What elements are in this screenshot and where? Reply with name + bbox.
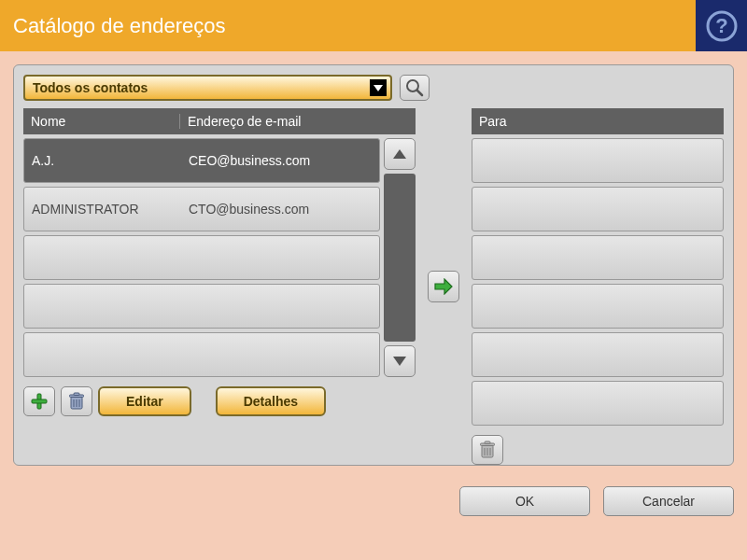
ok-button[interactable]: OK [459,486,590,516]
contact-row[interactable]: ADMINISTRATOR CTO@business.com [23,187,380,231]
recipient-row-empty [472,381,724,426]
contact-row-empty [23,235,380,280]
trash-icon [479,441,496,459]
contact-row-empty [23,332,380,377]
edit-button[interactable]: Editar [98,386,191,416]
content-area: Todos os contatos Nome Endereço de e-mai… [0,51,747,560]
recipient-row-empty [472,138,724,183]
scroll-track[interactable] [384,174,416,342]
column-header-para: Para [472,114,507,129]
trash-icon [68,392,85,411]
search-button[interactable] [400,75,430,101]
help-icon: ? [706,10,738,42]
contacts-toolbar: Editar Detalhes [23,386,416,416]
contacts-scrollbar [384,138,416,377]
recipients-header: Para [472,108,724,134]
contacts-rows: A.J. CEO@business.com ADMINISTRATOR CTO@… [23,134,380,377]
recipient-row-empty [472,332,724,377]
move-right-button[interactable] [428,271,459,302]
column-header-email: Endereço de e-mail [180,114,416,129]
scroll-up-button[interactable] [384,138,416,170]
scroll-down-button[interactable] [384,345,416,377]
contacts-filter-dropdown[interactable]: Todos os contatos [23,75,392,101]
add-contact-button[interactable] [23,386,55,416]
contact-row-empty [23,284,380,329]
address-book-panel: Todos os contatos Nome Endereço de e-mai… [13,64,734,466]
recipients-rows [472,138,724,426]
transfer-column [425,108,462,465]
columns: Nome Endereço de e-mail A.J. CEO@busines… [23,108,724,465]
contact-name: ADMINISTRATOR [24,202,181,217]
help-button[interactable]: ? [696,0,747,51]
contact-email: CTO@business.com [181,202,379,217]
contacts-header: Nome Endereço de e-mail [23,108,416,134]
title-bar: Catálogo de endereços ? [0,0,747,51]
contact-name: A.J. [24,153,181,168]
column-header-name: Nome [23,114,180,129]
recipient-row-empty [472,284,724,329]
filter-row: Todos os contatos [23,75,724,101]
recipient-row-empty [472,235,724,280]
contacts-column: Nome Endereço de e-mail A.J. CEO@busines… [23,108,416,465]
arrow-right-icon [433,278,454,295]
delete-recipient-button[interactable] [472,435,503,465]
cancel-button[interactable]: Cancelar [603,486,734,516]
dropdown-label: Todos os contatos [33,80,148,95]
chevron-down-icon [370,79,387,96]
contacts-list-body: A.J. CEO@business.com ADMINISTRATOR CTO@… [23,134,416,377]
page-title: Catálogo de endereços [13,14,226,38]
svg-rect-5 [32,399,47,403]
svg-rect-8 [74,393,79,396]
search-icon [405,78,424,97]
recipient-row-empty [472,187,724,231]
contact-email: CEO@business.com [181,153,379,168]
dialog-footer: OK Cancelar [13,486,734,516]
recipients-column: Para [472,108,724,465]
svg-rect-14 [485,441,490,444]
plus-icon [30,392,49,411]
delete-contact-button[interactable] [61,386,92,416]
recipients-toolbar [472,435,724,465]
contact-row[interactable]: A.J. CEO@business.com [23,138,380,183]
details-button[interactable]: Detalhes [216,386,326,416]
svg-text:?: ? [715,14,727,37]
svg-line-3 [417,91,422,95]
